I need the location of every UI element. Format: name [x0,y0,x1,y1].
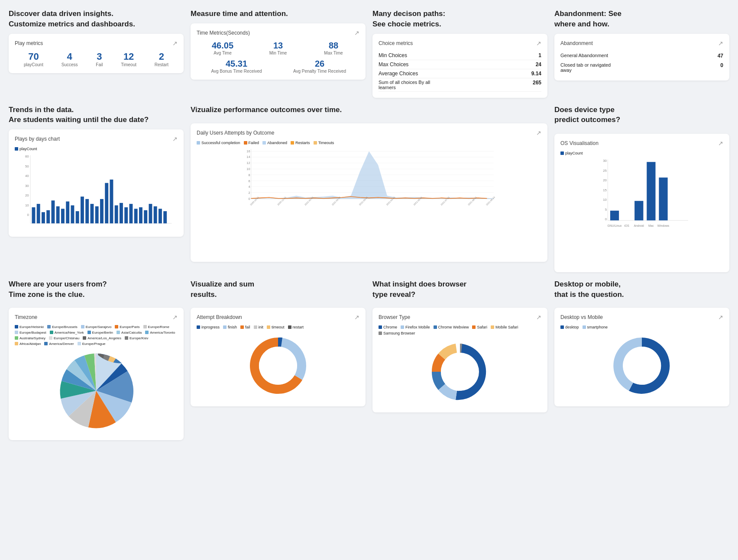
general-abandon: General Abandonment 47 [560,51,723,61]
fail-metric: 3 Fail [96,51,103,67]
svg-rect-16 [66,202,69,224]
expand-icon-plays[interactable]: ↗ [172,135,178,142]
browser-type-card: Browser Type ↗ Chrome Firefox Mobile Chr… [372,308,547,412]
svg-rect-22 [95,206,99,223]
svg-text:2021-09-24: 2021-09-24 [486,196,495,206]
svg-text:6: 6 [248,179,250,183]
svg-rect-13 [52,200,55,223]
browser-donut-svg [425,337,495,406]
heading-measure: Measure time and attention. [191,9,366,19]
expand-icon-browser[interactable]: ↗ [536,314,541,321]
play-metrics-row: 70 playCount 4 Success 3 Fail 12 Timeout… [15,51,178,67]
plays-bar-chart: 60 50 40 30 20 10 0 [15,153,178,231]
timezone-title: Timezone [15,314,37,320]
svg-point-89 [623,347,661,385]
time-metrics-grid: 46.05 Avg Time 13 Min Time 88 Max Time [197,41,359,55]
attempt-donut-svg [243,331,313,400]
legend-timeout-attempt: timeout [267,325,285,329]
legend-safari: Safari [472,325,487,329]
legend-abidjan: Africa/Abidjan [15,342,41,346]
os-chart-card: OS Visualisation ↗ playCount 30 25 20 [554,134,729,272]
legend-brussels: Europe/Brussels [47,325,78,329]
desktop-donut [560,331,723,400]
os-legend: playCount [560,151,583,155]
legend-helsinki: Europe/Helsinki [15,325,44,329]
svg-rect-29 [129,204,133,223]
timezone-pie [15,348,178,434]
legend-toronto: America/Toronto [145,331,175,335]
svg-text:iOS: iOS [624,224,629,227]
svg-text:Android: Android [634,224,644,227]
expand-icon[interactable]: ↗ [172,40,178,47]
svg-rect-25 [110,180,113,223]
plays-chart-card: Plays by days chart ↗ playCount 60 50 40… [9,129,184,237]
svg-rect-12 [46,210,50,223]
svg-text:30: 30 [603,159,607,163]
expand-icon-choice[interactable]: ↗ [536,40,541,47]
legend-desktop: desktop [560,325,579,329]
svg-text:30: 30 [25,184,29,188]
legend-smartphone: smartphone [583,325,608,329]
plays-svg: 60 50 40 30 20 10 0 [15,153,178,231]
svg-rect-35 [159,209,162,224]
svg-text:4: 4 [248,185,250,189]
svg-text:2021-08-01: 2021-08-01 [467,196,477,206]
legend-init: init [254,325,264,329]
expand-icon-daily[interactable]: ↗ [536,129,541,136]
svg-text:2: 2 [248,191,250,195]
attempt-breakdown-title: Attempt Breakdown [197,314,242,320]
svg-rect-17 [71,206,74,224]
line-chart-svg: 16 14 12 10 8 6 4 2 0 [197,147,541,242]
expand-icon-os[interactable]: ↗ [718,140,723,147]
abandonment-title: Abandonment [560,40,593,46]
expand-icon-dm[interactable]: ↗ [718,314,723,321]
svg-text:20: 20 [25,193,29,197]
choice-avg: Average Choices 9.14 [379,69,541,78]
desktop-mobile-title: Desktop vs Mobile [560,314,603,320]
expand-icon-abandon[interactable]: ↗ [718,40,723,47]
play-metrics-title: Play metrics [15,40,43,46]
legend-la: America/Los_Angeles [83,336,121,340]
expand-icon-tz[interactable]: ↗ [172,314,178,321]
svg-text:15: 15 [603,188,607,192]
svg-rect-26 [115,206,118,224]
heading-trends: Trends in the data. Are students waiting… [9,105,184,126]
svg-text:Mac: Mac [648,224,654,227]
expand-icon-attempt[interactable]: ↗ [354,314,359,321]
svg-rect-36 [163,211,167,223]
legend-fail-attempt: fail [240,325,250,329]
svg-rect-15 [61,209,65,224]
abandonment-card: Abandonment ↗ General Abandonment 47 Clo… [554,34,729,80]
legend-inprogress: inprogress [197,325,220,329]
svg-text:10: 10 [603,198,607,202]
legend-kiev: Europe/Kiev [125,336,149,340]
attempt-breakdown-card: Attempt Breakdown ↗ inprogress finish fa… [191,308,366,406]
svg-text:2021-07-01: 2021-07-01 [440,196,450,206]
avg-penalty: 26 Avg Penalty Time Received [280,59,359,74]
attempt-donut [197,331,359,400]
min-time: 13 Min Time [252,41,304,55]
svg-rect-20 [85,199,89,223]
heading-vizualize: Vizualize performance outcomes over time… [191,105,547,115]
svg-text:14: 14 [246,155,250,159]
svg-text:12: 12 [246,161,250,165]
success-metric: 4 Success [62,51,78,67]
legend-chrome: Chrome [379,325,397,329]
svg-rect-33 [149,204,152,223]
legend-restarts: Restarts [291,141,310,145]
legend-calcutta: Asia/Calcutta [117,331,142,335]
heading-desktop-mobile: Desktop or mobile, that is the question. [554,279,729,300]
max-time: 88 Max Time [308,41,359,55]
choice-metrics-card: Choice metrics ↗ Min Choices 1 Max Choic… [372,34,547,98]
plays-chart-title: Plays by days chart [15,136,60,142]
heading-device: Does device type predict outcomes? [554,105,729,126]
plays-legend: playCount [15,147,37,151]
svg-rect-14 [56,206,60,223]
expand-icon-time[interactable]: ↗ [354,29,359,36]
heading-choice: Many decison paths: See chocie metrics. [372,9,547,29]
daily-line-chart: 16 14 12 10 8 6 4 2 0 [197,147,541,242]
legend-chrome-webview: Chrome Webview [434,325,469,329]
legend-firefox-mobile: Firefox Mobile [401,325,430,329]
choice-sum: Sum of all choices By all learners 265 [379,78,541,92]
svg-text:8: 8 [248,173,250,177]
